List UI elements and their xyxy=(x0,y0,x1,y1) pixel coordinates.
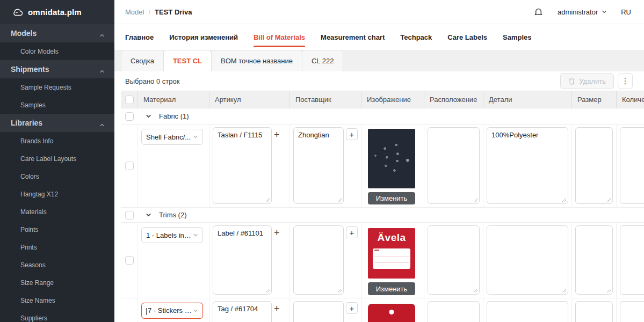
size-input[interactable] xyxy=(575,225,613,295)
chevron-down-icon[interactable] xyxy=(146,113,151,119)
tab-glavnoe[interactable]: Главное xyxy=(125,24,154,50)
tab-measurement-chart[interactable]: Measurement chart xyxy=(321,24,385,50)
sidebar-section-models[interactable]: Models xyxy=(0,24,114,42)
material-image-fabric[interactable] xyxy=(368,129,415,188)
article-input[interactable]: Taslan / F1115 xyxy=(213,127,272,204)
label-name-box xyxy=(373,248,410,269)
chevron-up-icon xyxy=(99,67,105,72)
language-switcher[interactable]: RU xyxy=(621,8,631,16)
material-select[interactable]: Shell Fabric/... xyxy=(141,129,203,145)
sidebar-item-size-names[interactable]: Size Names xyxy=(0,291,114,309)
supplier-input[interactable] xyxy=(293,225,344,295)
row-checkbox[interactable] xyxy=(125,162,134,170)
topbar-right: administrator RU xyxy=(533,7,631,17)
bom-table: Материал Артикул Поставщик Изображение Р… xyxy=(121,91,644,322)
user-menu[interactable]: administrator xyxy=(558,8,607,16)
more-actions-button[interactable]: ⋮ xyxy=(618,73,633,89)
model-tabs: Главное История изменений Bill of Materi… xyxy=(114,24,644,50)
location-input[interactable] xyxy=(428,225,480,295)
column-header-quantity: Количество xyxy=(617,91,644,108)
material-image-brand-label[interactable]: Ävela xyxy=(368,228,415,279)
logo[interactable]: omnidata.plm xyxy=(0,0,114,24)
sidebar-item-color-models[interactable]: Color Models xyxy=(0,42,114,60)
supplier-input[interactable]: Zhongtian xyxy=(293,127,344,204)
select-all-checkbox[interactable] xyxy=(125,96,134,104)
add-supplier-button[interactable]: + xyxy=(346,128,358,140)
group-label: Fabric (1) xyxy=(159,112,189,120)
sidebar-item-points[interactable]: Points xyxy=(0,221,114,238)
sidebar-item-seasons[interactable]: Seasons xyxy=(0,256,114,274)
edit-image-button[interactable]: Изменить xyxy=(368,282,415,295)
sidebar-item-hangtag-x12[interactable]: Hangtag X12 xyxy=(0,185,114,203)
edit-image-button[interactable]: Изменить xyxy=(368,192,415,204)
notifications-bell-icon[interactable] xyxy=(533,7,544,17)
group-label: Trims (2) xyxy=(159,211,187,219)
material-select[interactable]: 1 - Labels ins... xyxy=(141,227,203,243)
quantity-input[interactable] xyxy=(620,301,644,322)
row-checkbox[interactable] xyxy=(125,256,134,265)
breadcrumb-model-link[interactable]: Model xyxy=(125,8,144,16)
quantity-input[interactable] xyxy=(620,225,644,295)
chevron-up-icon xyxy=(99,120,105,126)
tab-care-labels[interactable]: Care Labels xyxy=(447,24,487,50)
chevron-down-icon[interactable] xyxy=(146,212,151,218)
material-select-focused[interactable]: 7 - Stickers a... xyxy=(141,303,203,319)
cloud-logo-icon xyxy=(12,8,24,16)
table-row: 1 - Labels ins... Label / #61101 + + Äve… xyxy=(121,223,644,298)
details-input[interactable] xyxy=(487,301,568,322)
location-input[interactable] xyxy=(428,127,480,204)
sidebar-item-size-range[interactable]: Size Range xyxy=(0,274,114,291)
material-image-hangtag[interactable] xyxy=(368,304,415,322)
chevron-down-icon xyxy=(602,9,607,14)
quantity-input[interactable] xyxy=(620,127,644,204)
add-supplier-button[interactable]: + xyxy=(346,302,358,314)
sidebar-item-sample-requests[interactable]: Sample Requests xyxy=(0,78,114,96)
details-input[interactable]: 100%Polyester xyxy=(487,127,568,204)
top-bar: Model / TEST Driva administrator RU xyxy=(114,0,644,24)
group-row-trims: Trims (2) xyxy=(121,208,644,223)
brand-label-text: Ävela xyxy=(368,232,415,244)
bom-subtabs: Сводка TEST CL BOM точное название CL 22… xyxy=(114,50,644,71)
add-supplier-button[interactable]: + xyxy=(346,226,358,238)
details-input[interactable] xyxy=(487,225,568,295)
group-row-fabric: Fabric (1) xyxy=(121,108,644,125)
selection-count-text: Выбрано 0 строк xyxy=(125,77,179,85)
tab-samples[interactable]: Samples xyxy=(503,24,531,50)
tab-techpack[interactable]: Techpack xyxy=(400,24,432,50)
column-header-article: Артикул xyxy=(209,91,290,108)
article-input[interactable]: Label / #61101 xyxy=(213,225,272,295)
group-checkbox[interactable] xyxy=(125,112,134,121)
subtab-bom-tochnoe-nazvanie[interactable]: BOM точное название xyxy=(211,50,302,71)
add-article-button[interactable]: + xyxy=(274,228,280,238)
sidebar-section-shipments[interactable]: Shipments xyxy=(0,60,114,78)
subtab-svodka[interactable]: Сводка xyxy=(121,50,164,71)
sidebar-item-samples[interactable]: Samples xyxy=(0,96,114,114)
column-header-details: Детали xyxy=(483,91,572,108)
sidebar-item-suppliers[interactable]: Suppliers xyxy=(0,309,114,322)
supplier-input[interactable] xyxy=(293,301,344,322)
table-toolbar: Выбрано 0 строк Удалить ⋮ xyxy=(114,71,644,91)
table-row: Shell Fabric/... Taslan / F1115 + Zhongt… xyxy=(121,125,644,208)
add-article-button[interactable]: + xyxy=(274,129,280,140)
article-input[interactable]: Tag / #61704 xyxy=(213,301,272,322)
sidebar-item-brands-info[interactable]: Brands Info xyxy=(0,132,114,150)
subtab-cl-222[interactable]: CL 222 xyxy=(302,50,343,71)
chevron-up-icon xyxy=(99,31,105,36)
subtab-test-cl[interactable]: TEST CL xyxy=(163,50,212,71)
sidebar-item-prints[interactable]: Prints xyxy=(0,238,114,256)
sidebar-item-materials[interactable]: Materials xyxy=(0,203,114,221)
trash-icon xyxy=(568,77,575,85)
sidebar-item-care-label-layouts[interactable]: Care Label Layouts xyxy=(0,150,114,167)
add-article-button[interactable]: + xyxy=(274,303,280,314)
sidebar-section-libraries[interactable]: Libraries xyxy=(0,114,114,132)
location-input[interactable] xyxy=(428,301,480,322)
size-input[interactable] xyxy=(575,127,613,204)
group-checkbox[interactable] xyxy=(125,211,134,219)
delete-button[interactable]: Удалить xyxy=(560,73,614,89)
hangtag-hole xyxy=(389,310,394,314)
size-input[interactable] xyxy=(575,301,613,322)
tab-bill-of-materials[interactable]: Bill of Materials xyxy=(254,24,305,50)
sidebar-item-colors[interactable]: Colors xyxy=(0,167,114,185)
column-header-material: Материал xyxy=(138,91,209,108)
tab-istoria-izmeneniy[interactable]: История изменений xyxy=(169,24,238,50)
